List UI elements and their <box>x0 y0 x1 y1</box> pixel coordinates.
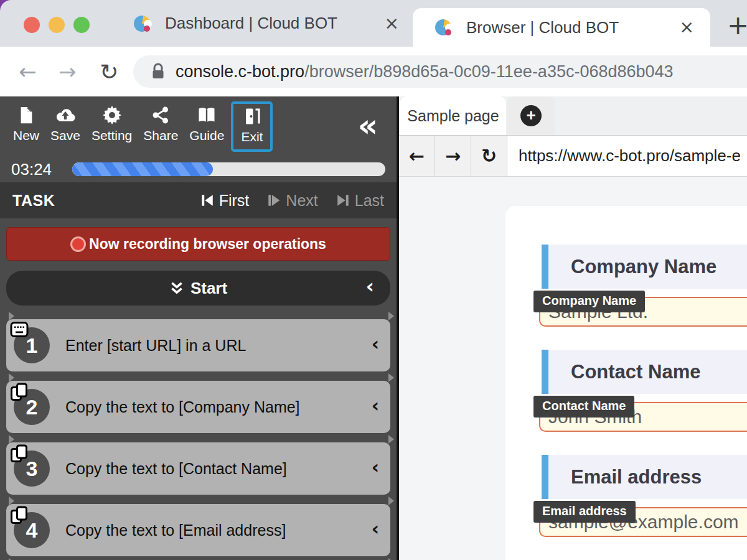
step-label: Copy the text to [Contact Name] <box>65 460 287 478</box>
step-label: Copy the text to [Company Name] <box>65 398 300 416</box>
guide-button[interactable]: Guide <box>184 103 230 143</box>
cloudbot-favicon <box>435 19 451 35</box>
first-step-label: First <box>219 192 250 210</box>
field-tooltip: Company Name <box>533 291 645 312</box>
step-row-2[interactable]: 2 Copy the text to [Company Name] ‹ <box>6 381 390 433</box>
field-tooltip: Email address <box>533 501 636 523</box>
copy-icon <box>10 383 29 401</box>
save-button[interactable]: Save <box>45 103 86 143</box>
step-list: 1 Enter [start URL] in a URL ‹ 2 Copy th… <box>0 319 397 556</box>
tab-close-icon[interactable]: × <box>385 15 399 32</box>
copy-icon <box>10 444 29 463</box>
session-timer: 03:24 <box>11 160 59 179</box>
toolbar-label: Guide <box>189 128 224 143</box>
form-field-contact-name: Contact Name Contact Name John Smith <box>542 350 747 432</box>
panel-toolbar: New Save Setting <box>0 96 397 156</box>
toolbar-label: Share <box>143 128 178 143</box>
timer-progress-fill <box>72 162 213 176</box>
step-row-4[interactable]: 4 Copy the text to [Email address] ‹ <box>6 504 390 556</box>
chevron-left-icon[interactable]: ‹ <box>372 456 379 478</box>
forward-icon[interactable]: → <box>59 47 77 96</box>
field-tooltip: Contact Name <box>533 396 634 418</box>
form-field-email: Email address Email address sample@examp… <box>542 455 747 537</box>
new-tab-button[interactable]: + <box>727 10 747 40</box>
step-label: Copy the text to [Email address] <box>65 521 286 539</box>
setting-button[interactable]: Setting <box>86 103 138 143</box>
url-omnibox[interactable]: console.c-bot.pro/browser/b898d65a-0c09-… <box>133 55 747 88</box>
label-accent-bar <box>542 455 548 499</box>
step-label: Enter [start URL] in a URL <box>65 337 246 355</box>
skip-first-icon <box>200 193 215 208</box>
chevron-left-icon[interactable]: ‹ <box>372 333 379 355</box>
book-open-icon <box>195 105 218 125</box>
recording-banner: Now recording browser operations <box>6 227 390 261</box>
remote-url-field[interactable]: https://www.c-bot.pro/sample-e <box>507 136 747 176</box>
toolbar-label: Exit <box>241 129 263 144</box>
share-icon <box>151 105 170 125</box>
file-icon <box>17 105 35 125</box>
start-section-header[interactable]: Start ‹ <box>6 271 390 306</box>
back-icon[interactable]: ← <box>19 47 37 96</box>
new-button[interactable]: New <box>7 103 45 143</box>
lock-icon <box>151 63 166 80</box>
toolbar-label: Setting <box>92 128 132 143</box>
step-connector <box>388 312 394 320</box>
macos-traffic-lights <box>24 17 90 33</box>
next-step-label: Next <box>286 192 317 210</box>
cloudbot-control-panel: New Save Setting <box>0 96 397 560</box>
reload-icon[interactable]: ↻ <box>100 47 118 96</box>
tab-browser[interactable]: Browser | Cloud BOT × <box>413 8 710 47</box>
sample-page-content: Company Name Company Name Sample Ltd. Co… <box>505 206 747 560</box>
last-step-button[interactable]: Last <box>336 192 384 210</box>
minimize-window-button[interactable] <box>49 17 65 33</box>
remote-tab-strip: Sample page + <box>399 96 747 136</box>
remote-browser-view: Sample page + ← → ↻ https://www.c-bot.pr… <box>399 96 747 560</box>
first-step-button[interactable]: First <box>200 192 250 210</box>
field-label: Company Name <box>571 256 716 278</box>
plus-icon: + <box>520 105 542 126</box>
exit-button[interactable]: Exit <box>231 101 273 152</box>
chevron-left-icon[interactable]: ‹ <box>366 274 374 298</box>
next-step-button[interactable]: Next <box>266 192 317 210</box>
skip-last-icon <box>336 193 350 208</box>
chevron-left-icon[interactable]: ‹ <box>372 518 379 539</box>
tab-close-icon[interactable]: × <box>680 19 694 36</box>
tab-title: Dashboard | Cloud BOT <box>165 14 385 33</box>
start-label: Start <box>190 279 227 298</box>
last-step-label: Last <box>355 192 384 210</box>
chevron-left-icon[interactable]: ‹ <box>372 394 379 416</box>
step-connector <box>388 373 394 382</box>
tab-dashboard[interactable]: Dashboard | Cloud BOT × <box>121 0 408 47</box>
angles-down-icon <box>169 281 184 295</box>
exit-door-icon <box>242 106 262 126</box>
record-icon <box>70 236 86 252</box>
copy-icon <box>10 506 29 525</box>
step-connector <box>388 435 394 444</box>
keyboard-icon <box>10 321 29 338</box>
session-progress-bar <box>72 162 385 176</box>
collapse-panel-icon[interactable]: « <box>358 103 390 149</box>
remote-new-tab[interactable]: + <box>507 96 555 135</box>
field-label: Contact Name <box>571 361 700 383</box>
step-row-1[interactable]: 1 Enter [start URL] in a URL ‹ <box>6 319 390 371</box>
field-label: Email address <box>571 466 702 488</box>
url-host: console.c-bot.pro <box>176 62 304 82</box>
label-accent-bar <box>542 350 548 394</box>
step-row-3[interactable]: 3 Copy the text to [Contact Name] ‹ <box>6 442 390 495</box>
step-connector <box>388 497 394 505</box>
toolbar-label: Save <box>50 128 80 143</box>
browser-titlebar: Dashboard | Cloud BOT × Browser | Cloud … <box>0 0 747 47</box>
remote-tab-sample-page[interactable]: Sample page <box>400 96 506 135</box>
zoom-window-button[interactable] <box>73 17 90 33</box>
remote-reload-icon[interactable]: ↻ <box>471 136 507 176</box>
remote-back-icon[interactable]: ← <box>399 136 435 176</box>
remote-forward-icon[interactable]: → <box>435 136 471 176</box>
gear-icon <box>102 105 122 125</box>
task-bar: TASK First Next <box>0 182 397 218</box>
close-window-button[interactable] <box>24 17 40 33</box>
remote-nav-bar: ← → ↻ https://www.c-bot.pro/sample-e <box>399 136 747 177</box>
step-next-icon <box>266 193 281 208</box>
chrome-addressbar: ← → ↻ console.c-bot.pro/browser/b898d65a… <box>0 47 747 96</box>
share-button[interactable]: Share <box>138 103 184 143</box>
form-field-company-name: Company Name Company Name Sample Ltd. <box>542 245 747 327</box>
